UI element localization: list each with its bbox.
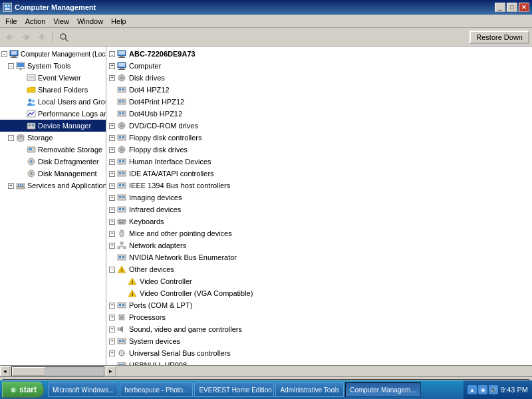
device-expander[interactable]: + bbox=[109, 338, 115, 344]
systray-icon-1: ▲ bbox=[467, 385, 477, 394]
tree-root[interactable]: - Computer Management (Local) bbox=[0, 48, 106, 60]
scroll-right-button[interactable]: ▸ bbox=[106, 366, 116, 376]
disk-mgmt-label: Disk Management bbox=[38, 170, 97, 178]
menu-view[interactable]: View bbox=[49, 16, 73, 27]
device-list-item[interactable]: +DVD/CD-ROM drives bbox=[106, 120, 532, 132]
device-expander[interactable]: + bbox=[109, 171, 115, 177]
device-list-item[interactable]: !Video Controller (VGA Compatible) bbox=[106, 287, 532, 299]
device-label-text: Computer bbox=[129, 62, 161, 70]
tree-local-users[interactable]: Local Users and Groups bbox=[0, 96, 106, 108]
device-list-item[interactable]: +Mice and other pointing devices bbox=[106, 227, 532, 239]
device-label-text: Floppy disk drives bbox=[129, 146, 188, 154]
tree-disk-defrag[interactable]: Disk Defragmenter bbox=[0, 156, 106, 168]
device-expander[interactable]: + bbox=[109, 350, 115, 356]
device-expander[interactable]: + bbox=[109, 123, 115, 129]
menu-action[interactable]: Action bbox=[21, 16, 50, 27]
device-list-item[interactable]: +Sound, video and game controllers bbox=[106, 323, 532, 335]
device-list-item[interactable]: -!Other devices bbox=[106, 263, 532, 275]
svg-rect-128 bbox=[119, 364, 121, 365]
device-list-item[interactable]: Dot4Usb HPZ12 bbox=[106, 108, 532, 120]
start-button[interactable]: ⊞ start bbox=[2, 382, 44, 398]
minimize-button[interactable]: _ bbox=[495, 3, 505, 12]
close-button[interactable]: ✕ bbox=[519, 3, 529, 12]
taskbar-item-2[interactable]: EVEREST Home Edition bbox=[194, 382, 274, 397]
device-list-item[interactable]: Dot4 HPZ12 bbox=[106, 84, 532, 96]
device-expander[interactable]: + bbox=[109, 327, 115, 332]
device-expander[interactable]: + bbox=[109, 243, 115, 249]
system-tools-expander[interactable]: - bbox=[8, 63, 14, 69]
device-expander[interactable]: + bbox=[109, 195, 115, 201]
taskbar-item-4[interactable]: Computer Managem... bbox=[345, 382, 421, 397]
menu-help[interactable]: Help bbox=[107, 16, 130, 27]
device-expander[interactable]: + bbox=[109, 219, 115, 225]
tree-removable-storage[interactable]: Removable Storage bbox=[0, 144, 106, 156]
device-list-item[interactable]: +Human Interface Devices bbox=[106, 156, 532, 168]
device-expander[interactable]: - bbox=[109, 267, 115, 273]
device-list-item[interactable]: !Video Controller bbox=[106, 275, 532, 287]
taskbar-item-0[interactable]: Microsoft Windows... bbox=[48, 382, 118, 397]
device-list-item[interactable]: +Universal Serial Bus controllers bbox=[106, 347, 532, 359]
device-icon bbox=[116, 157, 127, 166]
menu-window[interactable]: Window bbox=[73, 16, 107, 27]
device-icon bbox=[116, 360, 127, 365]
tree-device-manager[interactable]: Device Manager bbox=[0, 120, 106, 132]
device-expander[interactable]: + bbox=[109, 315, 115, 321]
taskbar-item-3[interactable]: Administrative Tools bbox=[275, 382, 344, 397]
maximize-button[interactable]: □ bbox=[507, 3, 517, 12]
tree-disk-management[interactable]: Disk Management bbox=[0, 168, 106, 180]
device-list-item[interactable]: +Keyboards bbox=[106, 215, 532, 227]
search-button[interactable] bbox=[57, 30, 71, 45]
root-label: Computer Management (Local) bbox=[21, 51, 106, 58]
device-list-item[interactable]: +Network adapters bbox=[106, 239, 532, 251]
tree-services[interactable]: + Services and Applications bbox=[0, 180, 106, 192]
right-panel-header[interactable]: - ABC-72206DE9A73 bbox=[106, 48, 532, 60]
device-list-item[interactable]: +Ports (COM & LPT) bbox=[106, 299, 532, 311]
device-list-item[interactable]: +IEEE 1394 Bus host controllers bbox=[106, 180, 532, 192]
window-title: Computer Management bbox=[15, 3, 96, 11]
device-expander[interactable]: + bbox=[109, 231, 115, 237]
forward-button[interactable] bbox=[19, 30, 33, 45]
scroll-left-button[interactable]: ◂ bbox=[0, 366, 10, 376]
hscroll-thumb[interactable] bbox=[12, 367, 45, 376]
up-button[interactable] bbox=[35, 30, 49, 45]
device-list-item[interactable]: +Imaging devices bbox=[106, 192, 532, 203]
device-expander[interactable]: + bbox=[109, 75, 115, 81]
device-list-item[interactable]: +Floppy disk controllers bbox=[106, 132, 532, 144]
tree-event-viewer[interactable]: Event Viewer bbox=[0, 72, 106, 84]
svg-text:⊞: ⊞ bbox=[11, 388, 15, 392]
tree-system-tools[interactable]: - System Tools bbox=[0, 60, 106, 72]
device-expander[interactable]: + bbox=[109, 303, 115, 309]
menu-file[interactable]: File bbox=[1, 16, 21, 27]
tree-shared-folders[interactable]: Shared Folders bbox=[0, 84, 106, 96]
device-list-item[interactable]: +Computer bbox=[106, 60, 532, 72]
device-list-item[interactable]: +Floppy disk drives bbox=[106, 144, 532, 156]
device-list-item[interactable]: +IDE ATA/ATAPI controllers bbox=[106, 168, 532, 180]
services-expander[interactable]: + bbox=[8, 183, 14, 189]
svg-rect-85 bbox=[119, 208, 121, 210]
device-list-item[interactable]: USBNULL HP008 bbox=[106, 359, 532, 365]
restore-down-button[interactable]: Restore Down bbox=[469, 31, 529, 44]
device-list-item[interactable]: +System devices bbox=[106, 335, 532, 347]
svg-text:!: ! bbox=[132, 292, 133, 297]
device-expander[interactable]: + bbox=[109, 147, 115, 153]
storage-expander[interactable]: - bbox=[8, 135, 14, 141]
tree-performance-logs[interactable]: Performance Logs and Alerts bbox=[0, 108, 106, 120]
hscroll-track[interactable] bbox=[11, 366, 104, 376]
root-expander[interactable]: - bbox=[1, 51, 7, 57]
device-expander[interactable]: + bbox=[109, 183, 115, 189]
device-list-item[interactable]: Dot4Print HPZ12 bbox=[106, 96, 532, 108]
svg-point-21 bbox=[32, 100, 35, 102]
device-list-item[interactable]: +Disk drives bbox=[106, 72, 532, 84]
device-label-text: Disk drives bbox=[129, 74, 165, 82]
device-list-item[interactable]: NVIDIA Network Bus Enumerator bbox=[106, 251, 532, 263]
device-expander[interactable]: + bbox=[109, 207, 115, 213]
tree-storage[interactable]: - Storage bbox=[0, 132, 106, 144]
device-expander[interactable]: + bbox=[109, 135, 115, 141]
device-expander[interactable]: + bbox=[109, 63, 115, 69]
device-expander[interactable]: + bbox=[109, 159, 115, 165]
device-list-item[interactable]: +Infrared devices bbox=[106, 203, 532, 215]
taskbar-item-1[interactable]: herbeapuce - Photo... bbox=[120, 382, 193, 397]
back-button[interactable] bbox=[3, 30, 17, 45]
device-list-item[interactable]: +Processors bbox=[106, 311, 532, 323]
header-expander[interactable]: - bbox=[109, 51, 115, 57]
